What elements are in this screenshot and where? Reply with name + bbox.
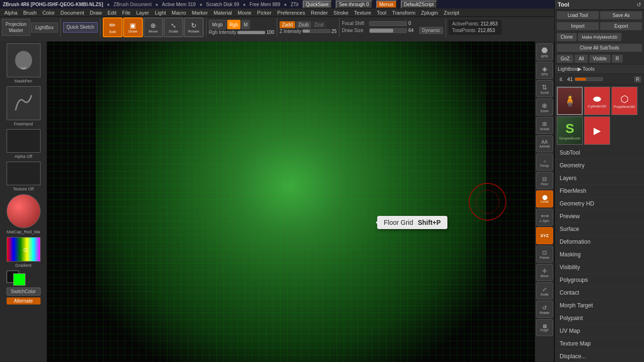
menu-file[interactable]: File: [120, 9, 133, 16]
lsym-button[interactable]: ⟺ L.Sym: [536, 209, 553, 226]
color-swatches[interactable]: [7, 271, 41, 286]
rotate-mode-button[interactable]: ↻ Rotate: [184, 17, 204, 37]
goz-button[interactable]: GoZ: [557, 55, 573, 63]
rgb-button[interactable]: Rgb: [227, 20, 240, 29]
focal-shift-track[interactable]: [369, 21, 407, 26]
nav-geometry[interactable]: Geometry: [555, 159, 644, 172]
move-button[interactable]: ✛ Move: [536, 264, 553, 281]
nav-geometry-hd[interactable]: Geometry HD: [555, 197, 644, 210]
tool-refresh-button[interactable]: ↺: [636, 1, 641, 8]
spix-button[interactable]: ◈ SPix: [536, 62, 553, 79]
simplebrush-thumbnail[interactable]: S SimpleBrush: [557, 116, 583, 145]
alternate-button[interactable]: Alternate: [7, 297, 41, 304]
aahalf-button[interactable]: AA AAHalf: [536, 135, 553, 152]
body-thumbnail[interactable]: 🧍: [557, 87, 583, 115]
save-as-button[interactable]: Save As: [600, 11, 642, 19]
nav-texture-map[interactable]: Texture Map: [555, 337, 644, 350]
nav-masking[interactable]: Masking: [555, 248, 644, 261]
nav-contact[interactable]: Contact: [555, 287, 644, 299]
local-button[interactable]: ⬤ Local: [536, 190, 553, 207]
switch-color-button[interactable]: SwitchColor: [7, 288, 41, 296]
menu-texture[interactable]: Texture: [352, 9, 373, 16]
zsub-button[interactable]: Zsub: [296, 21, 311, 28]
freehand-thumb[interactable]: [7, 86, 41, 120]
polymesh3d-thumbnail[interactable]: ⬡ PolyMesh3D: [611, 87, 637, 115]
seethrough-button[interactable]: See-through 0: [336, 0, 372, 8]
clone-all-subtools-button[interactable]: Clone All SubTools: [557, 44, 642, 52]
menu-alpha[interactable]: Alpha: [2, 9, 20, 16]
scroll-button[interactable]: ⇅ Scroll: [536, 80, 553, 97]
nav-visibility[interactable]: Visibility: [555, 261, 644, 274]
export-button[interactable]: Export: [600, 22, 642, 30]
nav-morph-target[interactable]: Morph Target: [555, 299, 644, 312]
menu-preferences[interactable]: Preferences: [275, 9, 307, 16]
lightbox-button[interactable]: LightBox: [31, 23, 58, 33]
menu-stroke[interactable]: Stroke: [331, 9, 351, 16]
menus-button[interactable]: Menus: [376, 0, 397, 8]
quicksave-button[interactable]: QuickSave: [303, 0, 332, 8]
color-picker[interactable]: [7, 237, 41, 262]
zadd-button[interactable]: Zadd: [280, 21, 295, 28]
menu-color[interactable]: Color: [40, 9, 57, 16]
r-label[interactable]: R: [634, 76, 641, 82]
z-intensity-track[interactable]: [302, 29, 330, 33]
scale-mode-button[interactable]: ⤡ Scale: [164, 17, 183, 37]
rgb-intensity-track[interactable]: [237, 31, 265, 34]
matcap-swatch[interactable]: [7, 194, 41, 228]
nav-deformation[interactable]: Deformation: [555, 236, 644, 248]
nav-displacement[interactable]: Displace...: [555, 350, 644, 362]
actual-button[interactable]: ⊞ Actual: [536, 117, 553, 134]
scale-button[interactable]: ⤢ Scale: [536, 282, 553, 299]
menu-movie[interactable]: Movie: [235, 9, 254, 16]
frame-button[interactable]: ⊡ Frame: [536, 246, 553, 263]
canvas-area[interactable]: Floor Grid Shift+P: [47, 41, 535, 362]
menu-zscript[interactable]: Zscript: [441, 9, 462, 16]
texture-swatch[interactable]: [7, 162, 41, 185]
rotate-button[interactable]: ↺ Rotate: [536, 301, 553, 318]
load-tool-button[interactable]: Load Tool: [557, 11, 599, 19]
r-button[interactable]: R: [612, 55, 623, 63]
menu-brush[interactable]: Brush: [21, 9, 39, 16]
draw-mode-button[interactable]: ▣ Draw: [123, 17, 143, 37]
nav-subtool[interactable]: SubTool: [555, 147, 644, 159]
maskpen-thumb[interactable]: [7, 43, 41, 77]
nav-fibermesh[interactable]: FiberMesh: [555, 185, 644, 197]
nav-preview[interactable]: Preview: [555, 210, 644, 223]
mrgb-button[interactable]: Mrgb: [209, 20, 226, 29]
nav-uv-map[interactable]: UV Map: [555, 325, 644, 337]
menu-document[interactable]: Document: [58, 9, 86, 16]
menu-tool[interactable]: Tool: [374, 9, 388, 16]
menu-edit[interactable]: Edit: [105, 9, 119, 16]
make-polymesh-button[interactable]: Make PolyMesh3D: [578, 33, 621, 41]
menu-draw[interactable]: Draw: [87, 9, 104, 16]
projection-master-button[interactable]: Projection Master: [2, 19, 30, 36]
menu-light[interactable]: Light: [152, 9, 168, 16]
clone-button[interactable]: Clone: [557, 33, 577, 41]
visible-button[interactable]: Visible: [589, 55, 611, 63]
menu-transform[interactable]: Transform: [389, 9, 418, 16]
quick-sketch-button[interactable]: Quick Sketch: [63, 22, 98, 33]
menu-material[interactable]: Material: [211, 9, 234, 16]
nav-polypaint[interactable]: Polypaint: [555, 312, 644, 325]
edit-mode-button[interactable]: ✏ Edit: [103, 17, 123, 37]
menu-render[interactable]: Render: [308, 9, 330, 16]
default-script-button[interactable]: DefaultZScript: [401, 0, 437, 8]
nav-surface[interactable]: Surface: [555, 223, 644, 236]
zoom-button[interactable]: ⊕ Zoom: [536, 99, 553, 115]
alpha-swatch[interactable]: [7, 129, 41, 153]
nav-layers[interactable]: Layers: [555, 172, 644, 185]
cylinder3d-thumbnail[interactable]: ⬬ Cylinder3D: [584, 87, 610, 115]
dynamic-button[interactable]: Dynamic: [419, 27, 443, 34]
il-slider[interactable]: [575, 77, 603, 81]
menu-layer[interactable]: Layer: [134, 9, 152, 16]
menu-macro[interactable]: Macro: [169, 9, 189, 16]
menu-picker[interactable]: Picker: [255, 9, 274, 16]
floor-button[interactable]: ⊟ Floor: [536, 172, 553, 189]
polyf-button[interactable]: ▦ PolyF: [536, 319, 553, 336]
import-button[interactable]: Import: [557, 22, 599, 30]
m-button[interactable]: M: [241, 20, 250, 29]
move-mode-button[interactable]: ⊕ Move: [143, 17, 163, 37]
xyz-button[interactable]: XYZ: [536, 227, 553, 244]
zcut-button[interactable]: Zcut: [312, 21, 326, 28]
persp-button[interactable]: ⬦ Persp: [536, 154, 553, 171]
